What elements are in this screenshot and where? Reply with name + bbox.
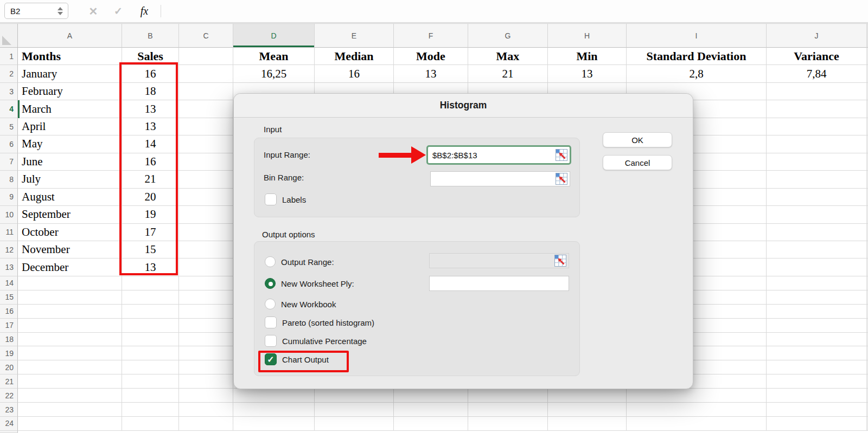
cell-C23[interactable] — [179, 403, 233, 417]
cell-J18[interactable] — [767, 333, 867, 347]
cell-J23[interactable] — [767, 403, 867, 417]
cell-B7[interactable]: 16 — [122, 153, 179, 171]
cell-B15[interactable] — [122, 290, 179, 305]
cell-B23[interactable] — [122, 403, 179, 417]
col-header-H[interactable]: H — [548, 24, 627, 48]
dialog-titlebar[interactable]: Histogram — [234, 94, 693, 118]
row-header-7[interactable]: 7 — [0, 153, 18, 171]
col-header-D[interactable]: D — [233, 24, 315, 48]
row-header-9[interactable]: 9 — [0, 189, 18, 206]
cell-J12[interactable] — [767, 241, 867, 258]
cell-B12[interactable]: 15 — [122, 241, 179, 258]
cell-J4[interactable] — [767, 100, 867, 118]
cell-D23[interactable] — [233, 403, 315, 417]
row-header-20[interactable]: 20 — [0, 360, 18, 374]
cell-G23[interactable] — [468, 403, 548, 417]
row-header-15[interactable]: 15 — [0, 290, 18, 305]
cell-F24[interactable] — [394, 417, 468, 431]
cell-C10[interactable] — [179, 206, 233, 223]
range-picker-icon[interactable] — [556, 149, 567, 161]
new-worksheet-ply-radio[interactable] — [265, 278, 276, 289]
cell-C21[interactable] — [179, 374, 233, 389]
formula-bar-input[interactable] — [163, 0, 868, 22]
cell-F1[interactable]: Mode — [394, 48, 468, 65]
output-range-radio[interactable] — [265, 256, 276, 267]
cell-A11[interactable]: October — [18, 224, 122, 241]
insert-function-icon[interactable]: fx — [135, 0, 154, 22]
cell-B10[interactable]: 19 — [122, 206, 179, 223]
cell-F23[interactable] — [394, 403, 468, 417]
cell-B21[interactable] — [122, 374, 179, 389]
col-header-J[interactable]: J — [767, 24, 867, 48]
cell-A20[interactable] — [18, 360, 122, 374]
col-header-E[interactable]: E — [315, 24, 394, 48]
cell-A18[interactable] — [18, 333, 122, 347]
row-header-23[interactable]: 23 — [0, 403, 18, 417]
cell-A8[interactable]: July — [18, 171, 122, 188]
cell-C1[interactable] — [179, 48, 233, 65]
row-header-21[interactable]: 21 — [0, 374, 18, 389]
cell-C12[interactable] — [179, 241, 233, 258]
row-header-1[interactable]: 1 — [0, 48, 18, 65]
cell-D22[interactable] — [233, 389, 315, 403]
cell-E24[interactable] — [315, 417, 394, 431]
cell-I2[interactable]: 2,8 — [627, 65, 767, 82]
cell-J15[interactable] — [767, 290, 867, 305]
row-header-17[interactable]: 17 — [0, 319, 18, 333]
col-header-B[interactable]: B — [122, 24, 179, 48]
cell-H2[interactable]: 13 — [548, 65, 627, 82]
cell-E22[interactable] — [315, 389, 394, 403]
cell-E2[interactable]: 16 — [315, 65, 394, 82]
col-header-C[interactable]: C — [179, 24, 233, 48]
cell-I23[interactable] — [627, 403, 767, 417]
cell-A14[interactable] — [18, 276, 122, 290]
cell-B1[interactable]: Sales — [122, 48, 179, 65]
cell-A23[interactable] — [18, 403, 122, 417]
cell-A16[interactable] — [18, 305, 122, 319]
col-header-G[interactable]: G — [468, 24, 548, 48]
cell-H22[interactable] — [548, 389, 627, 403]
row-header-16[interactable]: 16 — [0, 305, 18, 319]
stepper-down-icon[interactable] — [58, 12, 63, 15]
row-header-6[interactable]: 6 — [0, 135, 18, 153]
row-header-11[interactable]: 11 — [0, 224, 18, 241]
name-box[interactable]: B2 — [4, 3, 68, 19]
cell-C5[interactable] — [179, 118, 233, 135]
cell-J6[interactable] — [767, 135, 867, 153]
select-all-corner[interactable] — [0, 24, 18, 48]
cell-C24[interactable] — [179, 417, 233, 431]
cell-J1[interactable]: Variance — [767, 48, 867, 65]
confirm-entry-icon[interactable]: ✓ — [110, 0, 127, 22]
row-header-8[interactable]: 8 — [0, 171, 18, 188]
cell-B14[interactable] — [122, 276, 179, 290]
cell-C3[interactable] — [179, 83, 233, 100]
col-header-I[interactable]: I — [627, 24, 767, 48]
cell-C7[interactable] — [179, 153, 233, 171]
range-picker-icon[interactable] — [554, 255, 566, 267]
cell-B9[interactable]: 20 — [122, 189, 179, 206]
cumulative-percentage-checkbox[interactable] — [265, 335, 277, 347]
cell-A1[interactable]: Months — [18, 48, 122, 65]
row-header-24[interactable]: 24 — [0, 417, 18, 431]
cell-I22[interactable] — [627, 389, 767, 403]
cell-B24[interactable] — [122, 417, 179, 431]
cell-J16[interactable] — [767, 305, 867, 319]
cell-C22[interactable] — [179, 389, 233, 403]
row-header-12[interactable]: 12 — [0, 241, 18, 258]
new-workbook-radio[interactable] — [265, 299, 276, 309]
cell-A21[interactable] — [18, 374, 122, 389]
cell-C18[interactable] — [179, 333, 233, 347]
col-header-A[interactable]: A — [18, 24, 122, 48]
cell-C19[interactable] — [179, 346, 233, 360]
cell-J20[interactable] — [767, 360, 867, 374]
row-header-18[interactable]: 18 — [0, 333, 18, 347]
cell-J22[interactable] — [767, 389, 867, 403]
cell-I1[interactable]: Standard Deviation — [627, 48, 767, 65]
cell-J21[interactable] — [767, 374, 867, 389]
stepper-up-icon[interactable] — [58, 7, 63, 10]
cell-F22[interactable] — [394, 389, 468, 403]
cell-C11[interactable] — [179, 224, 233, 241]
row-header-10[interactable]: 10 — [0, 206, 18, 223]
row-header-4[interactable]: 4 — [0, 100, 18, 118]
cell-D1[interactable]: Mean — [233, 48, 315, 65]
